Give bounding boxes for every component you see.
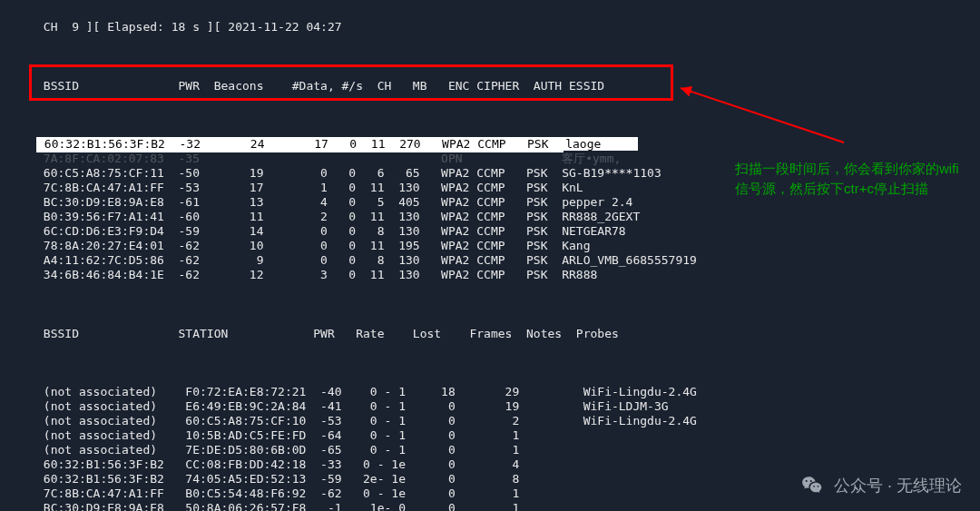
sta-table-header: BSSID STATION PWR Rate Lost Frames Notes… xyxy=(36,327,971,341)
ap-row: A4:11:62:7C:D5:86 -62 9 0 0 8 130 WPA2 C… xyxy=(36,253,971,268)
watermark: 公众号 · 无线理论 xyxy=(799,473,962,498)
status-line: CH 9 ][ Elapsed: 18 s ][ 2021-11-22 04:2… xyxy=(36,20,971,34)
wechat-icon xyxy=(799,473,825,498)
ap-row: 60:32:B1:56:3F:B2 -32 24 17 0 11 270 WPA… xyxy=(36,137,971,152)
station-row: BC:30:D9:E8:9A:E8 50:8A:06:26:57:F8 -1 1… xyxy=(36,501,971,511)
annotation-text: 扫描一段时间后，你会看到你家的wifi信号源，然后按下ctr+c停止扫描 xyxy=(735,159,962,199)
ap-row: 6C:CD:D6:E3:F9:D4 -59 14 0 0 8 130 WPA2 … xyxy=(36,224,971,239)
station-row: (not associated) 60:C5:A8:75:CF:10 -53 0… xyxy=(36,414,971,428)
ap-table-header: BSSID PWR Beacons #Data, #/s CH MB ENC C… xyxy=(36,79,971,93)
station-row: (not associated) F0:72:EA:E8:72:21 -40 0… xyxy=(36,385,971,399)
station-row: (not associated) 10:5B:AD:C5:FE:FD -64 0… xyxy=(36,428,971,443)
ap-row: 78:8A:20:27:E4:01 -62 10 0 0 11 195 WPA2… xyxy=(36,239,971,253)
ap-row: 34:6B:46:84:B4:1E -62 12 3 0 11 130 WPA2… xyxy=(36,268,971,282)
station-row: (not associated) 7E:DE:D5:80:6B:0D -65 0… xyxy=(36,443,971,457)
terminal-output: CH 9 ][ Elapsed: 18 s ][ 2021-11-22 04:2… xyxy=(0,0,980,511)
station-row: (not associated) E6:49:EB:9C:2A:84 -41 0… xyxy=(36,399,971,414)
ap-row: B0:39:56:F7:A1:41 -60 11 2 0 11 130 WPA2… xyxy=(36,210,971,224)
station-row: 60:32:B1:56:3F:B2 CC:08:FB:DD:42:18 -33 … xyxy=(36,457,971,472)
